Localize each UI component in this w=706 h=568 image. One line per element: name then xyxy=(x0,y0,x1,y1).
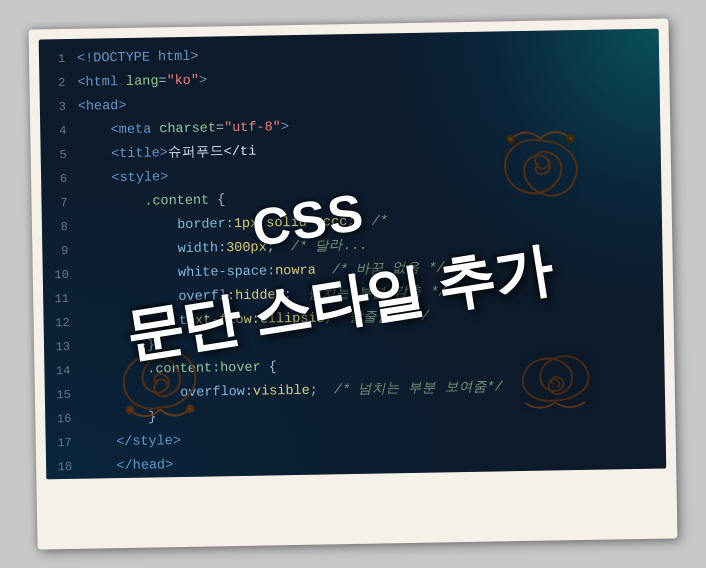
line-code: <meta charset="utf-8"> xyxy=(78,115,289,143)
line-number: 8 xyxy=(42,215,80,240)
line-code: } xyxy=(83,405,156,430)
line-number: 16 xyxy=(45,407,83,432)
line-number: 13 xyxy=(44,335,82,360)
line-number: 15 xyxy=(45,383,83,408)
line-code: <!DOCTYPE html> xyxy=(77,45,199,71)
line-number: 11 xyxy=(43,287,81,312)
line-code: <head> xyxy=(78,94,127,119)
line-code: <title>슈퍼푸드</ti xyxy=(78,140,256,167)
line-code: </head> xyxy=(84,453,174,479)
line-code: .content { xyxy=(79,188,225,215)
line-number: 6 xyxy=(41,167,79,192)
line-number: 18 xyxy=(46,455,84,480)
line-code: <style> xyxy=(79,165,169,191)
line-number: 4 xyxy=(40,119,78,144)
line-number: 2 xyxy=(39,71,77,96)
line-code: <html lang="ko"> xyxy=(77,69,207,95)
line-number: 12 xyxy=(43,311,81,336)
line-number: 17 xyxy=(46,431,84,456)
line-number: 10 xyxy=(43,263,81,288)
code-container: 1<!DOCTYPE html>2<html lang="ko">3<head>… xyxy=(39,29,667,480)
line-number: 7 xyxy=(41,191,79,216)
line-number: 3 xyxy=(40,95,78,120)
line-number: 9 xyxy=(42,239,80,264)
line-code: </style> xyxy=(84,429,182,455)
line-number: 14 xyxy=(44,359,82,384)
photo-area: 1<!DOCTYPE html>2<html lang="ko">3<head>… xyxy=(39,29,667,480)
line-number: 5 xyxy=(40,143,78,168)
line-number: 1 xyxy=(39,47,77,72)
polaroid-frame: 1<!DOCTYPE html>2<html lang="ko">3<head>… xyxy=(29,18,678,549)
